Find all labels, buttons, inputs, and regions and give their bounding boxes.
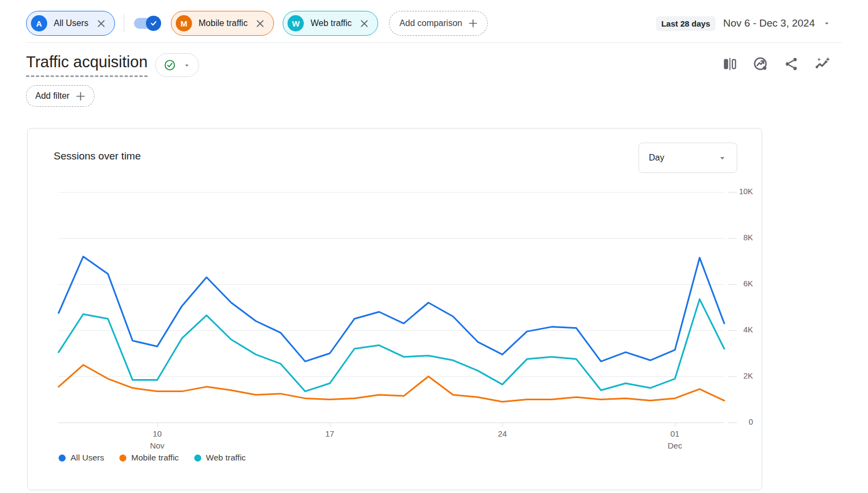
close-icon[interactable] [95, 17, 107, 29]
compare-reports-icon [722, 56, 738, 72]
chevron-down-icon [183, 61, 191, 69]
sessions-chart-card: Sessions over time Day 02K4K6K8K10K10Nov… [27, 128, 762, 490]
toolbar-divider [124, 14, 124, 33]
add-filter-button[interactable]: Add filter [26, 85, 94, 107]
comparison-avatar: W [288, 15, 304, 31]
sessions-line-chart: 02K4K6K8K10K10Nov172401Dec All UsersMobi… [28, 183, 762, 486]
header-divider [26, 42, 842, 43]
close-icon[interactable] [254, 17, 266, 29]
auto-insights-button[interactable] [814, 55, 831, 73]
insights-button[interactable] [752, 55, 769, 73]
granularity-select[interactable]: Day [639, 143, 737, 173]
comparison-toolbar: A All Users M Mobile traffic W Web traff… [26, 11, 831, 36]
chart-title: Sessions over time [54, 150, 141, 162]
add-comparison-button[interactable]: Add comparison [389, 11, 488, 36]
comparison-chip-web-traffic[interactable]: W Web traffic [283, 11, 378, 36]
legend-item[interactable]: All Users [59, 453, 104, 463]
comparison-chip-label: All Users [54, 18, 88, 28]
toggle-thumb-check-icon [146, 16, 161, 31]
date-preset-badge: Last 28 days [656, 16, 716, 31]
comparison-toggle[interactable] [133, 16, 161, 31]
comparison-chip-label: Web traffic [310, 18, 352, 28]
chart-legend: All UsersMobile trafficWeb traffic [59, 453, 246, 463]
add-filter-label: Add filter [35, 91, 69, 101]
published-check-icon [163, 59, 176, 72]
comparison-avatar: M [176, 15, 192, 31]
add-comparison-label: Add comparison [399, 18, 462, 28]
share-icon [784, 56, 799, 72]
granularity-value: Day [649, 153, 664, 163]
legend-dot [119, 454, 126, 462]
date-range-text: Nov 6 - Dec 3, 2024 [723, 17, 815, 29]
legend-item[interactable]: Web traffic [194, 453, 246, 463]
report-actions [721, 55, 831, 73]
plus-icon [76, 92, 85, 101]
report-status-menu[interactable] [155, 53, 199, 77]
close-icon[interactable] [358, 17, 370, 29]
sparkline-insights-icon [814, 56, 831, 72]
plus-icon [469, 19, 477, 28]
chevron-down-icon [822, 19, 831, 28]
insights-icon [752, 56, 769, 72]
comparison-chip-label: Mobile traffic [199, 18, 247, 28]
legend-label: All Users [71, 453, 104, 463]
page-title[interactable]: Traffic acquisition [26, 52, 148, 77]
legend-item[interactable]: Mobile traffic [119, 453, 179, 463]
legend-dot [194, 454, 201, 462]
comparison-chip-all-users[interactable]: A All Users [26, 11, 115, 36]
series-line-all-users [59, 257, 724, 361]
legend-dot [59, 454, 66, 462]
comparison-avatar: A [31, 15, 47, 31]
comparison-chip-mobile-traffic[interactable]: M Mobile traffic [171, 11, 274, 36]
legend-label: Web traffic [206, 453, 246, 463]
series-svg [28, 183, 762, 486]
date-range-picker[interactable]: Last 28 days Nov 6 - Dec 3, 2024 [656, 16, 831, 31]
share-button[interactable] [783, 55, 800, 73]
legend-label: Mobile traffic [131, 453, 179, 463]
compare-reports-button[interactable] [721, 55, 738, 73]
chevron-down-icon [718, 153, 727, 163]
